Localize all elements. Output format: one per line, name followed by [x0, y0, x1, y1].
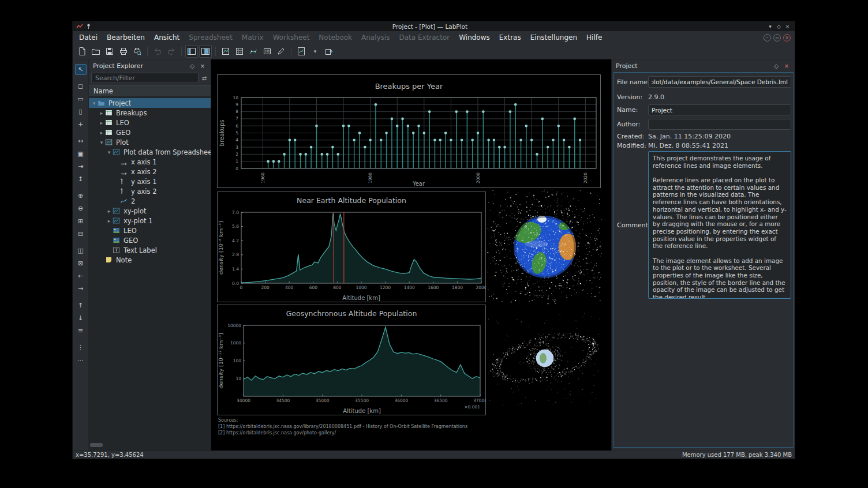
toolbar-new-worksheet-icon[interactable] [295, 45, 308, 58]
toolbar-add-legend-icon[interactable] [261, 45, 274, 58]
toolbar-view-split-left-icon[interactable] [185, 45, 198, 58]
tool-zoom-out-y-icon[interactable]: ⊠ [75, 258, 87, 269]
earth-leo-debris-image[interactable] [487, 189, 603, 305]
name-input[interactable] [648, 104, 791, 115]
toolbar-add-cartesian-plot-icon[interactable] [219, 45, 232, 58]
tree-item-project[interactable]: ▾Project [89, 98, 211, 108]
tool-dots-horizontal-icon[interactable]: ⋯ [75, 355, 87, 366]
chart-breakups-per-year[interactable]: Breakups per Year01234567891019601980200… [217, 74, 601, 188]
tool-scale-auto-x-icon[interactable]: ⇥ [75, 161, 87, 172]
toolbar-document-open-icon[interactable] [89, 45, 102, 58]
tool-shift-horizontal-icon[interactable]: ↔ [75, 136, 87, 147]
chart-geosynchronous-altitude[interactable]: Geosynchronous Altitude Population340003… [217, 305, 486, 415]
scrollbar-thumb[interactable] [90, 443, 103, 447]
mdi-minimize-icon[interactable]: – [764, 34, 771, 42]
tool-zoom-x-select-icon[interactable]: ▭ [75, 93, 87, 104]
toolbar-view-split-both-icon[interactable] [199, 45, 212, 58]
float-panel-icon[interactable]: ◇ [188, 62, 196, 70]
tree-item-geo[interactable]: GEO [89, 235, 211, 245]
tree-item-x-axis-2[interactable]: x axis 2 [89, 167, 211, 177]
tree-item-note[interactable]: Note [89, 255, 211, 265]
float-panel-icon[interactable]: ◇ [772, 62, 780, 70]
menu-item-hilfe[interactable]: Hilfe [582, 31, 607, 44]
tree-item-text-label[interactable]: Text Label [89, 245, 211, 255]
tree-item-plot-data-from-spreadsheet[interactable]: ▾Plot data from Spreadsheet [89, 147, 211, 157]
menu-item-extras[interactable]: Extras [495, 31, 526, 44]
tool-crosshair-cursor-icon[interactable]: + [75, 119, 87, 130]
tool-select-icon[interactable]: ↖ [75, 64, 87, 75]
tree-item-x-axis-1[interactable]: x axis 1 [89, 157, 211, 167]
author-input[interactable] [648, 119, 791, 130]
expander-open-icon[interactable]: ▾ [91, 100, 98, 106]
tool-shift-down-y-icon[interactable]: ↓ [75, 313, 87, 324]
explorer-hscrollbar[interactable] [90, 443, 210, 447]
toolbar-export-worksheet-icon[interactable] [323, 45, 335, 58]
titlebar[interactable]: Project - [Plot] — LabPlot ▾ ◇ × [73, 21, 795, 31]
tool-shift-up-y-icon[interactable]: ↑ [75, 300, 87, 311]
filter-options-icon[interactable]: ⇄ [200, 74, 208, 82]
tool-zoom-in-icon[interactable]: ⊕ [75, 190, 87, 201]
toolbar-draw-tool-icon[interactable] [275, 45, 287, 58]
expander-open-icon[interactable]: ▾ [98, 140, 105, 145]
earth-geo-debris-image[interactable] [487, 313, 603, 406]
svg-text:1960: 1960 [260, 172, 265, 183]
menu-item-ansicht[interactable]: Ansicht [149, 31, 184, 44]
expander-closed-icon[interactable]: ▸ [106, 218, 113, 224]
tool-zoom-out-x-icon[interactable]: ⊟ [75, 228, 87, 239]
svg-text:2: 2 [235, 152, 238, 157]
tool-zoom-y-select-icon[interactable]: ▯ [75, 106, 87, 117]
pin-icon[interactable] [85, 23, 92, 30]
tree-item-leo[interactable]: LEO [89, 226, 211, 235]
worksheet-view[interactable]: Breakups per Year01234567891019601980200… [211, 59, 611, 451]
tree-column-header[interactable]: Name [89, 85, 211, 97]
tree-item-2[interactable]: 2 [89, 196, 211, 206]
tree-item-y-axis-2[interactable]: y axis 2 [89, 186, 211, 196]
toolbar-add-xy-curve-icon[interactable] [247, 45, 260, 58]
chart-near-earth-altitude[interactable]: Near Earth Altitude Population0200400600… [217, 192, 486, 302]
tool-layout-toggle-icon[interactable]: ≡ [75, 325, 87, 336]
tool-dots-vertical-icon[interactable]: ⋮ [75, 342, 87, 353]
expander-closed-icon[interactable]: ▸ [98, 120, 105, 126]
expander-open-icon[interactable]: ▾ [106, 149, 113, 155]
menu-item-datei[interactable]: Datei [74, 31, 102, 44]
tool-scale-auto-y-icon[interactable]: ↥ [75, 174, 87, 185]
toolbar-document-print-icon[interactable] [117, 45, 130, 58]
expander-closed-icon[interactable]: ▸ [98, 130, 105, 136]
toolbar-add-grid-icon[interactable] [233, 45, 246, 58]
tool-scale-auto-icon[interactable]: ▣ [75, 148, 87, 159]
tool-zoom-in-x-icon[interactable]: ⊞ [75, 216, 87, 227]
expander-closed-icon[interactable]: ▸ [98, 110, 105, 116]
tool-zoom-select-icon[interactable]: ◻ [75, 81, 87, 92]
shade-window-icon[interactable]: ▾ [766, 22, 775, 30]
menu-item-bearbeiten[interactable]: Bearbeiten [102, 31, 149, 44]
tool-zoom-in-y-icon[interactable]: ◫ [75, 245, 87, 256]
toolbar-separator [147, 47, 148, 56]
tree-item-xy-plot[interactable]: ▸xy-plot [89, 206, 211, 216]
tree-item-leo[interactable]: ▸LEO [89, 118, 211, 127]
tool-zoom-out-icon[interactable]: ⊖ [75, 203, 87, 214]
toolbar-dropdown-arrow-icon[interactable]: ▾ [309, 45, 321, 58]
close-panel-icon[interactable]: × [783, 62, 791, 70]
tree-item-plot[interactable]: ▾Plot [89, 137, 211, 147]
search-input[interactable] [91, 73, 199, 83]
tree-item-xy-plot-1[interactable]: ▸xy-plot 1 [89, 216, 211, 226]
comment-textarea[interactable]: This project demonstrates the usage of r… [648, 151, 791, 299]
expander-closed-icon[interactable]: ▸ [106, 208, 113, 214]
toolbar-document-save-icon[interactable] [103, 45, 116, 58]
toolbar-document-new-icon[interactable] [76, 45, 88, 58]
maximize-window-icon[interactable]: ◇ [775, 22, 783, 30]
tool-shift-right-x-icon[interactable]: → [75, 283, 87, 294]
tool-shift-left-x-icon[interactable]: ← [75, 271, 87, 281]
window-title: Project - [Plot] — LabPlot [94, 23, 766, 30]
tree-item-breakups[interactable]: ▸Breakups [89, 108, 211, 118]
menu-item-windows[interactable]: Windows [454, 31, 495, 44]
tree-item-y-axis-1[interactable]: y axis 1 [89, 177, 211, 186]
close-panel-icon[interactable]: × [199, 62, 207, 70]
toolbar-print-preview-icon[interactable] [131, 45, 144, 58]
mdi-close-icon[interactable]: × [783, 34, 791, 42]
close-window-icon[interactable]: × [783, 22, 792, 30]
mdi-restore-icon[interactable]: ▫ [773, 34, 781, 42]
file-name-input[interactable] [648, 76, 791, 88]
tree-item-geo[interactable]: ▸GEO [89, 127, 211, 137]
menu-item-einstellungen[interactable]: Einstellungen [526, 31, 582, 44]
